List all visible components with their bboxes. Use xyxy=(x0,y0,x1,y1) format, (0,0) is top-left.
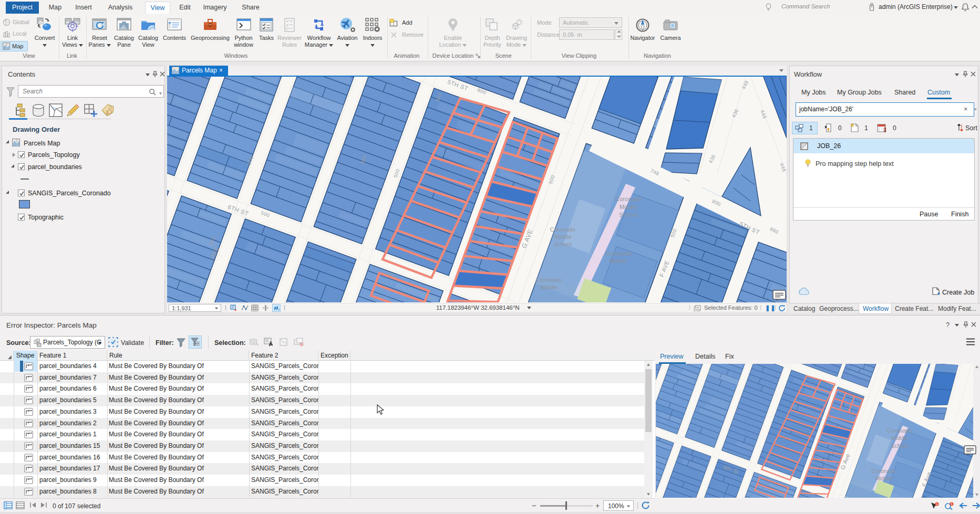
svg-text:School: School xyxy=(554,241,572,247)
svg-text:Middle: Middle xyxy=(891,435,908,441)
svg-text:Coronado: Coronado xyxy=(537,277,562,283)
svg-text:Middle: Middle xyxy=(620,204,637,210)
svg-text:Coronado: Coronado xyxy=(871,468,896,474)
svg-text:1: 1 xyxy=(951,502,952,506)
svg-text:School: School xyxy=(619,212,637,218)
svg-text:Middle: Middle xyxy=(541,284,558,290)
svg-text:Middle: Middle xyxy=(554,234,572,240)
svg-text:Coronado: Coronado xyxy=(550,226,576,233)
svg-text:Middle: Middle xyxy=(875,476,892,481)
svg-text:Middle: Middle xyxy=(610,258,627,264)
svg-text:Coronado: Coronado xyxy=(615,196,642,202)
svg-text:School: School xyxy=(891,443,908,449)
svg-text:Coronado: Coronado xyxy=(605,250,632,257)
svg-text:1: 1 xyxy=(936,502,937,506)
svg-text:Coronado: Coronado xyxy=(887,428,912,434)
